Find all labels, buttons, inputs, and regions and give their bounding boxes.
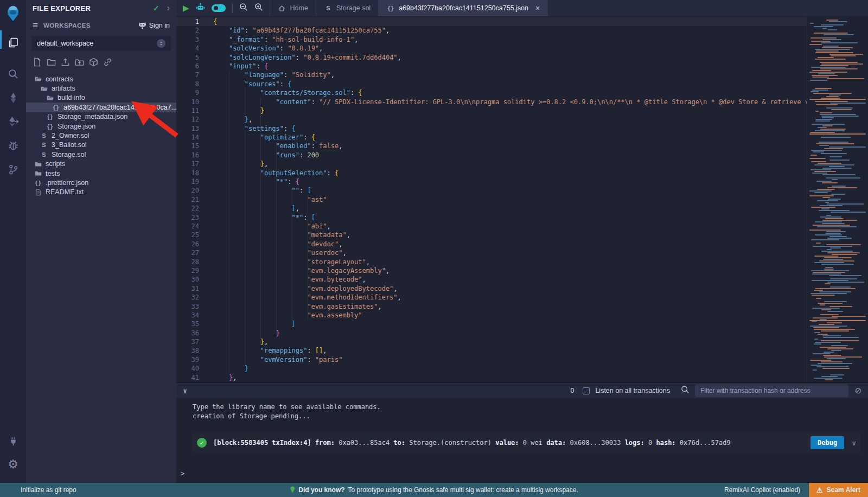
search-icon[interactable]: [0, 62, 26, 86]
workspace-menu-icon[interactable]: ≡: [33, 20, 38, 31]
workspace-select[interactable]: default_workspace ▲▼: [31, 36, 171, 51]
workspace-name: default_workspace: [37, 40, 157, 47]
sol-icon: S: [40, 141, 48, 149]
code-line-27: "userdoc",: [213, 248, 868, 257]
line-number: 13: [176, 124, 208, 133]
tree-item-storage-json[interactable]: {}Storage.json: [26, 122, 176, 131]
terminal-search-icon: [681, 385, 690, 396]
file-explorer-icon[interactable]: [0, 30, 26, 54]
code-line-39: "evmVersion": "paris": [213, 355, 868, 364]
code-line-24: "abi",: [213, 222, 868, 231]
tree-item-2-owner-sol[interactable]: S2_Owner.sol: [26, 131, 176, 140]
tx-expand-chevron-icon[interactable]: ∨: [852, 439, 856, 447]
file-icon: [34, 188, 42, 196]
tree-item-a69b43f277ba20fcac141151250ca7-[interactable]: {}a69b43f277ba20fcac141151250ca7...: [26, 103, 176, 112]
tree-item-artifacts[interactable]: artifacts: [26, 84, 176, 93]
terminal-prompt[interactable]: >: [181, 470, 184, 477]
new-file-icon[interactable]: [33, 58, 42, 69]
code-editor[interactable]: 1234567891011121314151617181920212223242…: [176, 16, 868, 383]
copilot-status[interactable]: RemixAI Copilot (enabled): [724, 486, 800, 494]
code-line-41: },: [213, 373, 868, 382]
code-line-20: "": [: [213, 186, 868, 195]
line-number: 31: [176, 284, 208, 293]
tree-item-contracts[interactable]: contracts: [26, 74, 176, 84]
line-number: 29: [176, 266, 208, 275]
zoom-out-icon[interactable]: [239, 3, 248, 14]
code-line-36: }: [213, 329, 868, 337]
git-init-button[interactable]: Initialize as git repo: [21, 486, 76, 494]
did-you-know-tip: Did you know? To prototype using the Gno…: [290, 486, 578, 494]
terminal-collapse-icon[interactable]: ∨∨: [183, 388, 187, 393]
folder-icon: [34, 170, 42, 177]
upload-file-icon[interactable]: [61, 58, 70, 69]
run-script-icon[interactable]: ▶: [183, 3, 189, 13]
debug-button[interactable]: Debug: [810, 436, 844, 449]
sign-in-label: Sign in: [149, 22, 170, 29]
code-line-23: "*": [: [213, 213, 868, 222]
status-bar: Initialize as git repo Did you know? To …: [0, 483, 868, 497]
collapse-chevron-icon[interactable]: ›: [167, 3, 170, 13]
listen-label: Listen on all transactions: [595, 387, 670, 394]
tab-home[interactable]: Home: [270, 0, 316, 16]
upload-folder-icon[interactable]: [75, 58, 84, 69]
tree-item-scripts[interactable]: scripts: [26, 160, 176, 169]
tree-item-tests[interactable]: tests: [26, 169, 176, 178]
code-line-8: "sources": {: [213, 80, 868, 88]
tree-item-storage-sol[interactable]: SStorage.sol: [26, 150, 176, 159]
tab-label: Home: [290, 4, 308, 12]
zoom-in-icon[interactable]: [254, 3, 263, 14]
tree-item-3-ballot-sol[interactable]: S3_Ballot.sol: [26, 141, 176, 150]
ai-copilot-robot-icon[interactable]: [196, 3, 205, 14]
terminal-body[interactable]: Type the library name to see available c…: [176, 398, 868, 483]
remix-logo-icon[interactable]: [0, 0, 26, 27]
line-number: 19: [176, 177, 208, 186]
link-gist-icon[interactable]: [103, 58, 112, 69]
tree-item-readme-txt[interactable]: README.txt: [26, 188, 176, 197]
code-line-17: },: [213, 160, 868, 168]
debugger-icon[interactable]: [0, 133, 26, 157]
code-line-31: "evm.deployedBytecode",: [213, 284, 868, 293]
tab-close-icon[interactable]: ×: [535, 4, 540, 12]
check-icon: ✓: [153, 4, 159, 12]
tree-item-label: scripts: [46, 160, 65, 168]
tree-item-build-info[interactable]: build-info: [26, 93, 176, 103]
deploy-run-icon[interactable]: [0, 110, 26, 133]
github-sign-in[interactable]: Sign in: [138, 22, 170, 30]
code-line-4: "solcVersion": "0.8.19",: [213, 44, 868, 53]
workspace-select-arrows-icon: ▲▼: [157, 39, 165, 48]
tree-item-label: artifacts: [52, 85, 75, 92]
tab-strip: HomeSStorage.sol{}a69b43f277ba20fcac1411…: [270, 0, 548, 16]
github-icon: [138, 22, 146, 30]
line-number: 9: [176, 88, 208, 97]
scam-alert-badge[interactable]: ⚠ Scam Alert: [809, 483, 868, 497]
line-number: 21: [176, 195, 208, 204]
git-icon[interactable]: [0, 157, 26, 181]
listen-checkbox[interactable]: [583, 387, 590, 394]
copilot-toggle[interactable]: [212, 4, 226, 12]
tab-a69b43f277ba20fcac141151250ca755-json[interactable]: {}a69b43f277ba20fcac141151250ca755.json×: [379, 0, 548, 16]
code-line-25: "metadata",: [213, 231, 868, 239]
settings-gear-icon[interactable]: ⚙: [0, 453, 26, 476]
terminal-line: creation of Storage pending...: [193, 412, 868, 421]
filter-input[interactable]: [695, 384, 848, 397]
new-folder-icon[interactable]: [47, 58, 56, 69]
minimap[interactable]: [807, 16, 868, 383]
line-number: 23: [176, 213, 208, 222]
tree-item-label: Storage.json: [58, 123, 95, 130]
panel-title: FILE EXPLORER: [33, 4, 153, 12]
clear-filter-icon[interactable]: ⊘: [854, 386, 863, 395]
line-number: 38: [176, 346, 208, 355]
tree-item--prettierrc-json[interactable]: {}.prettierrc.json: [26, 178, 176, 187]
transaction-log-row[interactable]: ✓ [block:5583405 txIndex:4] from: 0xa03.…: [193, 433, 860, 453]
plugin-manager-icon[interactable]: [0, 429, 26, 453]
line-number: 4: [176, 44, 208, 53]
tree-item-storage-metadata-json[interactable]: {}Storage_metadata.json: [26, 112, 176, 122]
line-number: 10: [176, 98, 208, 106]
tab-storage-sol[interactable]: SStorage.sol: [316, 0, 379, 16]
solidity-compiler-icon[interactable]: [0, 86, 26, 110]
gutter: 1234567891011121314151617181920212223242…: [176, 17, 208, 382]
publish-ipfs-icon[interactable]: [89, 58, 98, 69]
code-line-32: "evm.methodIdentifiers",: [213, 293, 868, 302]
line-number: 22: [176, 204, 208, 213]
lightbulb-icon: [290, 486, 295, 494]
